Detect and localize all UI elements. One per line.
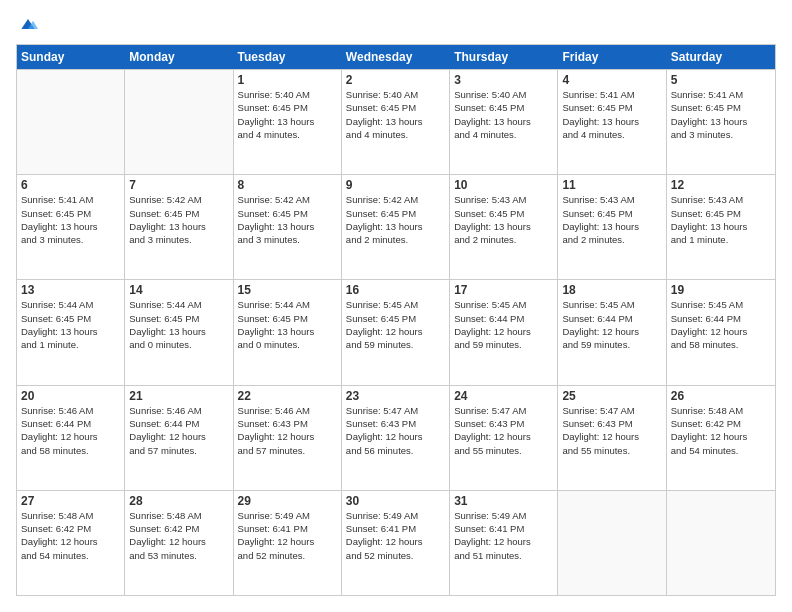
day-number: 18 [562, 283, 661, 297]
weekday-header-sunday: Sunday [17, 45, 125, 69]
day-info: Sunrise: 5:47 AMSunset: 6:43 PMDaylight:… [454, 404, 553, 457]
day-number: 26 [671, 389, 771, 403]
day-info: Sunrise: 5:41 AMSunset: 6:45 PMDaylight:… [671, 88, 771, 141]
logo [16, 16, 38, 34]
day-info: Sunrise: 5:44 AMSunset: 6:45 PMDaylight:… [21, 298, 120, 351]
day-number: 19 [671, 283, 771, 297]
calendar-cell [17, 70, 125, 174]
day-number: 13 [21, 283, 120, 297]
day-number: 9 [346, 178, 445, 192]
calendar-row-5: 27Sunrise: 5:48 AMSunset: 6:42 PMDayligh… [17, 490, 775, 595]
calendar-row-4: 20Sunrise: 5:46 AMSunset: 6:44 PMDayligh… [17, 385, 775, 490]
calendar-cell: 1Sunrise: 5:40 AMSunset: 6:45 PMDaylight… [234, 70, 342, 174]
weekday-header-thursday: Thursday [450, 45, 558, 69]
day-number: 6 [21, 178, 120, 192]
day-info: Sunrise: 5:47 AMSunset: 6:43 PMDaylight:… [562, 404, 661, 457]
calendar-cell [667, 491, 775, 595]
calendar-cell: 28Sunrise: 5:48 AMSunset: 6:42 PMDayligh… [125, 491, 233, 595]
day-number: 28 [129, 494, 228, 508]
day-info: Sunrise: 5:42 AMSunset: 6:45 PMDaylight:… [346, 193, 445, 246]
day-info: Sunrise: 5:45 AMSunset: 6:44 PMDaylight:… [454, 298, 553, 351]
calendar-cell: 26Sunrise: 5:48 AMSunset: 6:42 PMDayligh… [667, 386, 775, 490]
day-number: 25 [562, 389, 661, 403]
calendar-cell: 23Sunrise: 5:47 AMSunset: 6:43 PMDayligh… [342, 386, 450, 490]
day-number: 17 [454, 283, 553, 297]
calendar-row-3: 13Sunrise: 5:44 AMSunset: 6:45 PMDayligh… [17, 279, 775, 384]
day-number: 12 [671, 178, 771, 192]
day-number: 11 [562, 178, 661, 192]
day-info: Sunrise: 5:42 AMSunset: 6:45 PMDaylight:… [129, 193, 228, 246]
calendar-cell: 12Sunrise: 5:43 AMSunset: 6:45 PMDayligh… [667, 175, 775, 279]
logo-icon [18, 14, 38, 34]
weekday-header-tuesday: Tuesday [234, 45, 342, 69]
day-number: 8 [238, 178, 337, 192]
calendar-cell: 8Sunrise: 5:42 AMSunset: 6:45 PMDaylight… [234, 175, 342, 279]
day-number: 27 [21, 494, 120, 508]
calendar-cell: 15Sunrise: 5:44 AMSunset: 6:45 PMDayligh… [234, 280, 342, 384]
calendar-cell: 16Sunrise: 5:45 AMSunset: 6:45 PMDayligh… [342, 280, 450, 384]
day-number: 16 [346, 283, 445, 297]
calendar-cell: 20Sunrise: 5:46 AMSunset: 6:44 PMDayligh… [17, 386, 125, 490]
day-number: 7 [129, 178, 228, 192]
day-info: Sunrise: 5:46 AMSunset: 6:44 PMDaylight:… [21, 404, 120, 457]
day-info: Sunrise: 5:49 AMSunset: 6:41 PMDaylight:… [454, 509, 553, 562]
calendar-cell [125, 70, 233, 174]
calendar-cell: 18Sunrise: 5:45 AMSunset: 6:44 PMDayligh… [558, 280, 666, 384]
day-number: 4 [562, 73, 661, 87]
day-info: Sunrise: 5:46 AMSunset: 6:43 PMDaylight:… [238, 404, 337, 457]
day-number: 10 [454, 178, 553, 192]
weekday-header-friday: Friday [558, 45, 666, 69]
day-number: 20 [21, 389, 120, 403]
page-header [16, 16, 776, 34]
day-info: Sunrise: 5:48 AMSunset: 6:42 PMDaylight:… [671, 404, 771, 457]
day-info: Sunrise: 5:44 AMSunset: 6:45 PMDaylight:… [238, 298, 337, 351]
day-number: 24 [454, 389, 553, 403]
weekday-header-wednesday: Wednesday [342, 45, 450, 69]
calendar-cell: 21Sunrise: 5:46 AMSunset: 6:44 PMDayligh… [125, 386, 233, 490]
calendar-cell: 6Sunrise: 5:41 AMSunset: 6:45 PMDaylight… [17, 175, 125, 279]
day-info: Sunrise: 5:49 AMSunset: 6:41 PMDaylight:… [238, 509, 337, 562]
day-info: Sunrise: 5:43 AMSunset: 6:45 PMDaylight:… [562, 193, 661, 246]
day-info: Sunrise: 5:40 AMSunset: 6:45 PMDaylight:… [238, 88, 337, 141]
day-number: 15 [238, 283, 337, 297]
day-info: Sunrise: 5:42 AMSunset: 6:45 PMDaylight:… [238, 193, 337, 246]
day-info: Sunrise: 5:43 AMSunset: 6:45 PMDaylight:… [454, 193, 553, 246]
day-number: 22 [238, 389, 337, 403]
weekday-header-monday: Monday [125, 45, 233, 69]
calendar-row-1: 1Sunrise: 5:40 AMSunset: 6:45 PMDaylight… [17, 69, 775, 174]
day-info: Sunrise: 5:46 AMSunset: 6:44 PMDaylight:… [129, 404, 228, 457]
day-number: 23 [346, 389, 445, 403]
day-info: Sunrise: 5:40 AMSunset: 6:45 PMDaylight:… [454, 88, 553, 141]
calendar-cell: 3Sunrise: 5:40 AMSunset: 6:45 PMDaylight… [450, 70, 558, 174]
day-number: 29 [238, 494, 337, 508]
day-info: Sunrise: 5:41 AMSunset: 6:45 PMDaylight:… [21, 193, 120, 246]
calendar-cell: 9Sunrise: 5:42 AMSunset: 6:45 PMDaylight… [342, 175, 450, 279]
day-info: Sunrise: 5:41 AMSunset: 6:45 PMDaylight:… [562, 88, 661, 141]
day-info: Sunrise: 5:45 AMSunset: 6:45 PMDaylight:… [346, 298, 445, 351]
calendar: SundayMondayTuesdayWednesdayThursdayFrid… [16, 44, 776, 596]
day-number: 1 [238, 73, 337, 87]
day-info: Sunrise: 5:43 AMSunset: 6:45 PMDaylight:… [671, 193, 771, 246]
calendar-cell: 5Sunrise: 5:41 AMSunset: 6:45 PMDaylight… [667, 70, 775, 174]
calendar-body: 1Sunrise: 5:40 AMSunset: 6:45 PMDaylight… [17, 69, 775, 595]
calendar-cell: 22Sunrise: 5:46 AMSunset: 6:43 PMDayligh… [234, 386, 342, 490]
calendar-cell: 10Sunrise: 5:43 AMSunset: 6:45 PMDayligh… [450, 175, 558, 279]
day-number: 30 [346, 494, 445, 508]
calendar-cell: 11Sunrise: 5:43 AMSunset: 6:45 PMDayligh… [558, 175, 666, 279]
calendar-cell: 29Sunrise: 5:49 AMSunset: 6:41 PMDayligh… [234, 491, 342, 595]
day-info: Sunrise: 5:49 AMSunset: 6:41 PMDaylight:… [346, 509, 445, 562]
day-info: Sunrise: 5:40 AMSunset: 6:45 PMDaylight:… [346, 88, 445, 141]
calendar-header: SundayMondayTuesdayWednesdayThursdayFrid… [17, 45, 775, 69]
calendar-cell: 14Sunrise: 5:44 AMSunset: 6:45 PMDayligh… [125, 280, 233, 384]
day-info: Sunrise: 5:48 AMSunset: 6:42 PMDaylight:… [129, 509, 228, 562]
calendar-cell: 24Sunrise: 5:47 AMSunset: 6:43 PMDayligh… [450, 386, 558, 490]
day-number: 21 [129, 389, 228, 403]
day-number: 5 [671, 73, 771, 87]
day-info: Sunrise: 5:47 AMSunset: 6:43 PMDaylight:… [346, 404, 445, 457]
day-info: Sunrise: 5:44 AMSunset: 6:45 PMDaylight:… [129, 298, 228, 351]
calendar-cell: 19Sunrise: 5:45 AMSunset: 6:44 PMDayligh… [667, 280, 775, 384]
day-number: 14 [129, 283, 228, 297]
calendar-row-2: 6Sunrise: 5:41 AMSunset: 6:45 PMDaylight… [17, 174, 775, 279]
calendar-cell [558, 491, 666, 595]
calendar-cell: 25Sunrise: 5:47 AMSunset: 6:43 PMDayligh… [558, 386, 666, 490]
